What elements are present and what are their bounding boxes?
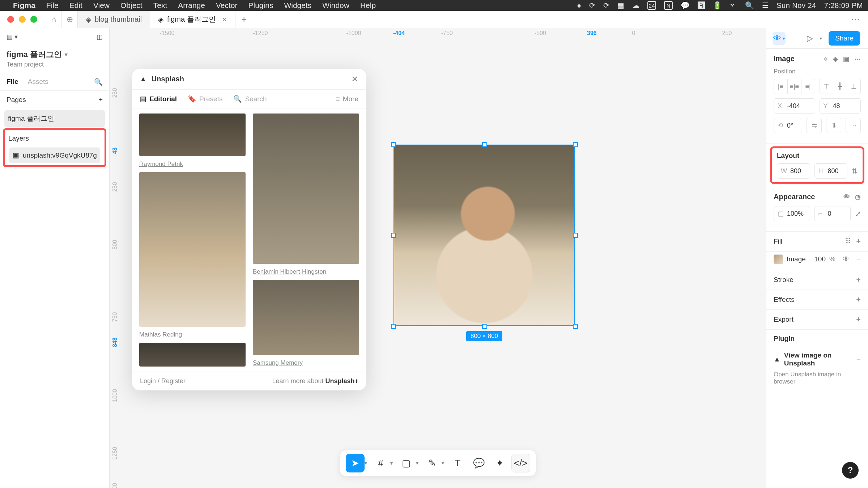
menu-view[interactable]: View: [93, 1, 110, 10]
crop-icon[interactable]: ⟐: [824, 55, 828, 63]
frame-sel-icon[interactable]: ▣: [843, 55, 849, 63]
maximize-window-button[interactable]: [30, 16, 37, 23]
minus-icon[interactable]: −: [857, 355, 861, 363]
actions-tool[interactable]: ✦: [490, 454, 509, 472]
x-input[interactable]: X-404: [774, 98, 815, 114]
modal-more[interactable]: ≡More: [336, 95, 358, 103]
menu-edit[interactable]: Edit: [69, 1, 82, 10]
wifi-icon[interactable]: ᯤ: [730, 1, 737, 10]
fill-opacity[interactable]: 100: [814, 255, 826, 263]
fill-swatch[interactable]: [774, 254, 783, 264]
effects-row[interactable]: Effects+: [766, 290, 868, 310]
photo-thumb[interactable]: [139, 343, 246, 367]
modal-body[interactable]: Raymond Petrik Mathias Reding Benjamin H…: [132, 108, 366, 372]
photo-thumb[interactable]: [139, 172, 246, 327]
menu-window[interactable]: Window: [322, 1, 349, 10]
community-icon[interactable]: ⊕: [62, 11, 78, 28]
battery-icon[interactable]: 🔋: [713, 1, 722, 10]
menu-vector[interactable]: Vector: [216, 1, 238, 10]
align-h-group[interactable]: |≡≡|≡≡|: [774, 79, 815, 94]
photo-credit[interactable]: Samsung Memory: [253, 359, 359, 367]
minimize-window-button[interactable]: [19, 16, 26, 23]
present-caret-icon[interactable]: ▾: [820, 35, 822, 41]
canvas-selected-image[interactable]: [393, 145, 575, 326]
expand-radius-icon[interactable]: ⤢: [855, 210, 861, 218]
menu-text[interactable]: Text: [153, 1, 167, 10]
height-input[interactable]: H800: [814, 163, 848, 179]
tab-assets[interactable]: Assets: [28, 78, 48, 86]
spotlight-icon[interactable]: 🔍: [745, 1, 754, 10]
menu-object[interactable]: Object: [120, 1, 142, 10]
new-tab-button[interactable]: +: [235, 14, 253, 25]
modal-tab-editorial[interactable]: ▤Editorial: [140, 95, 177, 103]
home-icon[interactable]: ⌂: [46, 11, 62, 28]
selection-handle[interactable]: [391, 142, 396, 147]
add-page-icon[interactable]: +: [99, 96, 103, 104]
add-stroke-icon[interactable]: +: [856, 275, 861, 284]
flip-h-icon[interactable]: ⇋: [807, 118, 822, 133]
menubar-date[interactable]: Sun Nov 24: [776, 1, 816, 10]
grid-icon[interactable]: ▦: [617, 1, 624, 10]
photo-credit[interactable]: Benjamin Hibbert-Hingston: [253, 268, 359, 275]
selection-handle[interactable]: [573, 233, 578, 238]
login-register-link[interactable]: Login / Register: [140, 377, 186, 385]
move-tool[interactable]: ➤: [346, 454, 365, 472]
component-icon[interactable]: ◈: [833, 55, 838, 63]
caret-icon[interactable]: ▾: [442, 460, 444, 466]
menu-plugins[interactable]: Plugins: [248, 1, 273, 10]
close-window-button[interactable]: [7, 16, 14, 23]
menu-arrange[interactable]: Arrange: [178, 1, 205, 10]
panel-toggle-icon[interactable]: ◫: [97, 33, 103, 41]
frame-tool[interactable]: #: [371, 454, 390, 472]
more-icon[interactable]: ⋯: [854, 55, 861, 63]
calendar-icon[interactable]: 24: [647, 1, 656, 10]
status-dot-icon[interactable]: ●: [577, 1, 581, 10]
lang-icon[interactable]: 🅰: [698, 1, 705, 10]
menu-help[interactable]: Help: [360, 1, 376, 10]
share-button[interactable]: Share: [829, 31, 860, 46]
width-input[interactable]: W800: [777, 163, 810, 179]
photo-thumb[interactable]: [253, 280, 359, 355]
photo-thumb[interactable]: [253, 114, 359, 264]
refresh-icon[interactable]: ⟳: [589, 1, 595, 10]
chat-icon[interactable]: 💬: [681, 1, 690, 10]
photo-credit[interactable]: Raymond Petrik: [139, 160, 246, 168]
close-modal-icon[interactable]: ✕: [351, 74, 358, 84]
more-transform-icon[interactable]: ⋯: [846, 118, 861, 133]
opacity-input[interactable]: ▢100%: [774, 206, 810, 221]
page-row[interactable]: figma 플러그인: [4, 110, 105, 127]
fill-remove-icon[interactable]: −: [857, 255, 861, 263]
fill-styles-icon[interactable]: ⠿: [845, 237, 851, 246]
comment-tool[interactable]: 💬: [469, 454, 488, 472]
selection-handle[interactable]: [391, 233, 396, 238]
selection-handle[interactable]: [573, 142, 578, 147]
photo-thumb[interactable]: [139, 114, 246, 156]
rotation-input[interactable]: ⟲0°: [774, 118, 802, 133]
cloud-icon[interactable]: ☁: [632, 1, 639, 10]
menu-file[interactable]: File: [46, 1, 59, 10]
text-tool[interactable]: T: [448, 454, 467, 472]
project-title[interactable]: figma 플러그인 ▾: [0, 46, 109, 61]
fill-row[interactable]: Image 100 % 👁 −: [766, 252, 868, 270]
flip-v-icon[interactable]: ⥮: [826, 118, 841, 133]
tab-blog-thumbnail[interactable]: ◈ blog thumbnail: [78, 11, 150, 28]
blend-icon[interactable]: ◔: [855, 193, 861, 201]
selection-handle[interactable]: [391, 324, 396, 329]
y-input[interactable]: Y48: [820, 98, 861, 114]
control-center-icon[interactable]: ☰: [762, 1, 769, 10]
visibility-icon[interactable]: 👁: [843, 193, 850, 201]
search-icon[interactable]: 🔍: [94, 78, 103, 86]
plugin-action-row[interactable]: ▲ View image on Unsplash −: [766, 348, 868, 371]
fill-visible-icon[interactable]: 👁: [843, 255, 850, 263]
pen-tool[interactable]: ✎: [423, 454, 442, 472]
close-tab-icon[interactable]: ✕: [222, 16, 227, 23]
menu-app[interactable]: Figma: [13, 1, 35, 10]
notion-icon[interactable]: N: [664, 1, 673, 10]
selection-handle[interactable]: [573, 324, 578, 329]
caret-icon[interactable]: ▾: [416, 460, 418, 466]
menubar-time[interactable]: 7:28:09 PM: [824, 1, 863, 10]
help-button[interactable]: ?: [842, 462, 859, 479]
photo-credit[interactable]: Mathias Reding: [139, 331, 246, 338]
team-name[interactable]: Team project: [0, 61, 109, 73]
refresh2-icon[interactable]: ⟳: [603, 1, 609, 10]
